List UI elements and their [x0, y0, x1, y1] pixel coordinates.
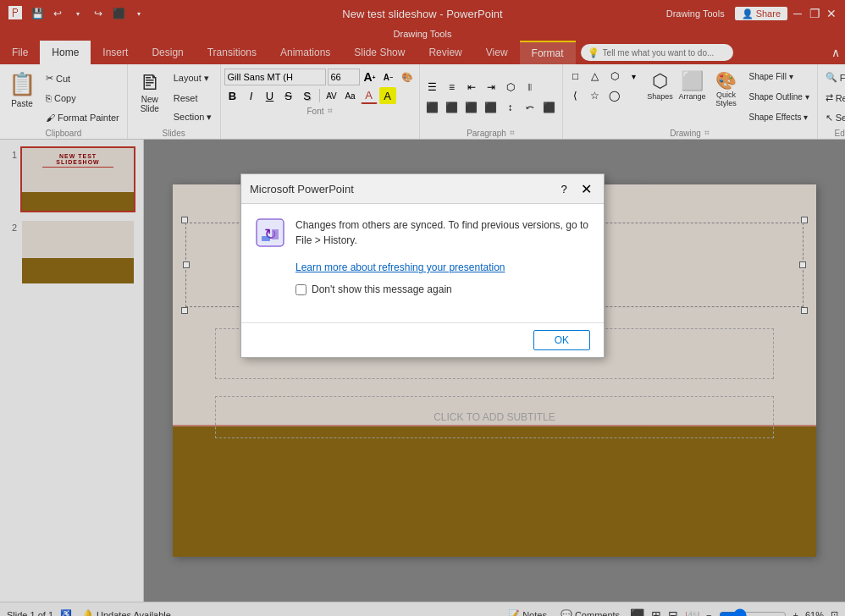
dont-show-label: Don't show this message again	[312, 283, 452, 295]
dialog-title-bar: Microsoft PowerPoint ? ✕	[241, 174, 604, 204]
sync-icon-svg: ↻	[255, 217, 285, 248]
dialog-title-controls: ? ✕	[555, 179, 595, 198]
dont-show-checkbox[interactable]	[295, 284, 307, 295]
dialog-message-text: Changes from others are synced. To find …	[295, 217, 590, 248]
dialog-ok-button[interactable]: OK	[533, 330, 590, 350]
dialog-checkbox-row: Don't show this message again	[255, 283, 590, 295]
dialog-overlay: Microsoft PowerPoint ? ✕ ↻ Changes from …	[0, 0, 845, 616]
dialog-body: ↻ Changes from others are synced. To fin…	[241, 204, 604, 322]
dialog-close-button[interactable]: ✕	[577, 179, 595, 198]
dialog-title: Microsoft PowerPoint	[250, 183, 354, 195]
svg-rect-2	[262, 236, 270, 241]
sync-icon: ↻	[255, 217, 285, 248]
dialog-footer: OK	[241, 322, 604, 357]
dialog-message: ↻ Changes from others are synced. To fin…	[255, 217, 590, 248]
dialog-learn-more-link[interactable]: Learn more about refreshing your present…	[255, 261, 590, 273]
microsoft-powerpoint-dialog: Microsoft PowerPoint ? ✕ ↻ Changes from …	[240, 173, 605, 358]
dialog-help-button[interactable]: ?	[555, 179, 573, 198]
